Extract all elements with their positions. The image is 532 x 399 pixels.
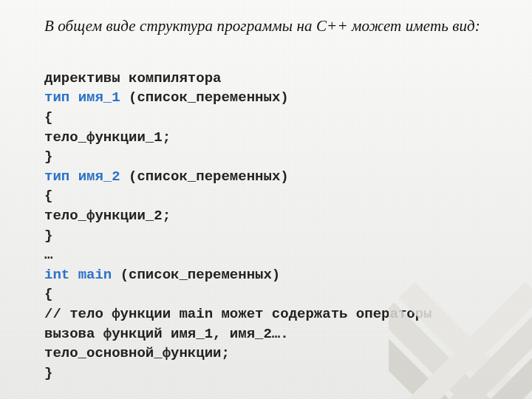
body-fn2: тело_функции_2; (44, 208, 171, 224)
brace-open: { (44, 286, 52, 302)
param-list: (список_переменных) (129, 168, 289, 185)
brace-open: { (44, 188, 52, 204)
code-block: директивы компилятора тип имя_1 (список_… (44, 49, 488, 399)
ellipsis: … (44, 247, 52, 263)
keyword-type: тип (44, 168, 69, 185)
keyword-int: int (44, 267, 69, 283)
brace-close: } (44, 149, 52, 165)
keyword-type: тип (44, 89, 69, 106)
param-list: (список_переменных) (120, 267, 281, 283)
keyword-main: main (78, 267, 112, 283)
param-list: (список_переменных) (129, 89, 289, 106)
heading-text: В общем виде структура программы на С++ … (44, 16, 488, 35)
brace-close: } (44, 228, 52, 244)
keyword-name2: имя_2 (78, 168, 120, 185)
code-line: директивы компилятора (44, 70, 221, 86)
brace-open: { (44, 109, 52, 126)
body-fn1: тело_функции_1; (44, 129, 171, 146)
slide: В общем виде структура программы на С++ … (0, 0, 532, 399)
comment-line: // тело функции main может содержать опе… (44, 306, 440, 342)
body-main: тело_основной_функции; (44, 345, 230, 361)
brace-close: } (44, 365, 52, 381)
keyword-name1: имя_1 (78, 89, 120, 106)
